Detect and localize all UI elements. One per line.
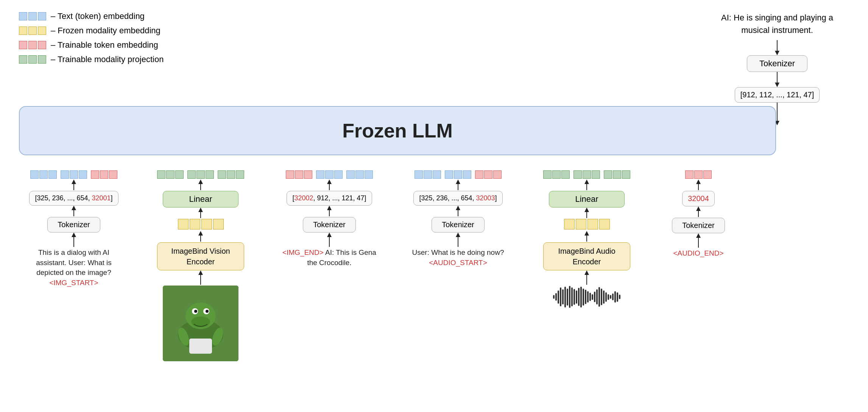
ga2 xyxy=(552,170,561,179)
main-columns: [325, 236, ..., 654, 32001] Tokenizer Th… xyxy=(21,170,736,361)
ae3 xyxy=(703,170,712,179)
block-blue-1 xyxy=(19,12,27,20)
g5 xyxy=(196,170,205,179)
arrow-audioq-seq-up xyxy=(450,206,466,217)
block-green-3 xyxy=(38,55,46,64)
arrow-ae-seq-up xyxy=(691,206,706,218)
col-audio-q: [325, 236, ..., 654, 32003] Tokenizer Us… xyxy=(403,170,513,268)
col-imgr-token-blocks xyxy=(286,170,373,179)
ir3 xyxy=(304,170,312,179)
g7 xyxy=(218,170,226,179)
svg-marker-9 xyxy=(72,206,76,210)
block-yellow-1 xyxy=(19,27,27,35)
svg-marker-19 xyxy=(198,270,203,275)
svg-marker-56 xyxy=(696,233,701,238)
seq-text-col: [325, 236, ..., 654, 32001] xyxy=(29,191,118,206)
ga3 xyxy=(561,170,570,179)
frozen-embed-audio xyxy=(564,219,610,229)
frozen-llm-box: Frozen LLM xyxy=(19,106,776,155)
vision-encoder-box: ImageBind VisionEncoder xyxy=(157,242,244,270)
b6 xyxy=(79,170,87,179)
legend-label-green: – Trainable modality projection xyxy=(51,55,164,64)
block-green-2 xyxy=(28,55,37,64)
block-green-1 xyxy=(19,55,27,64)
wb25 xyxy=(608,294,609,300)
wb2 xyxy=(555,293,557,301)
aq1 xyxy=(415,170,423,179)
audio-encoder-box: ImageBind AudioEncoder xyxy=(543,242,630,270)
ib5 xyxy=(355,170,364,179)
linear-vision: Linear xyxy=(163,191,238,208)
r3 xyxy=(109,170,117,179)
seq-imgr-col: [32002, 912, ..., 121, 47] xyxy=(287,191,372,206)
token-group-red-ae xyxy=(685,170,712,179)
wb18 xyxy=(592,294,593,300)
seq-imgr-red: 32002 xyxy=(294,194,313,202)
arrow-aenc-up xyxy=(549,179,625,191)
svg-marker-15 xyxy=(198,208,203,212)
fya3 xyxy=(587,219,598,229)
ir1 xyxy=(286,170,294,179)
block-blue-2 xyxy=(28,12,37,20)
g6 xyxy=(206,170,214,179)
wb22 xyxy=(601,289,602,305)
token-group-blue-2 xyxy=(61,170,87,179)
wb1 xyxy=(553,295,555,299)
crocodile-svg xyxy=(163,286,238,361)
aq5 xyxy=(454,170,462,179)
arrow-vision-linear-up xyxy=(193,208,208,219)
b1 xyxy=(30,170,39,179)
token-group-blue-ir1 xyxy=(316,170,343,179)
svg-marker-40 xyxy=(456,206,460,210)
ai-output-text: AI: He is singing and playing a musical … xyxy=(717,11,838,36)
token-group-green-a2 xyxy=(573,170,600,179)
ib6 xyxy=(365,170,373,179)
ib2 xyxy=(325,170,333,179)
tokenizer-text: Tokenizer xyxy=(47,217,100,233)
svg-rect-28 xyxy=(189,339,212,354)
diagram-container: – Text (token) embedding – Frozen modali… xyxy=(0,0,868,412)
wb11 xyxy=(576,290,577,304)
aq2 xyxy=(424,170,432,179)
wb6 xyxy=(564,287,566,307)
audio-start-tag: <AUDIO_START> xyxy=(429,259,487,267)
arrow-vision-img-up xyxy=(193,270,208,286)
col-audio-end: 32004 Tokenizer <AUDIO_END> xyxy=(661,170,736,259)
seq-text-red: 32001 xyxy=(92,194,111,202)
arrow-aenc-enc-up xyxy=(579,231,594,242)
svg-marker-3 xyxy=(775,83,779,87)
col-text-token-blocks xyxy=(30,170,117,179)
col-text: [325, 236, ..., 654, 32001] Tokenizer Th… xyxy=(21,170,127,288)
input-text-col: This is a dialog with AI assistant. User… xyxy=(25,248,123,288)
seq-top-right: [912, 112, ..., 121, 47] xyxy=(735,87,820,103)
r2 xyxy=(100,170,108,179)
svg-marker-38 xyxy=(456,179,460,184)
arrow-text-tok-up xyxy=(66,233,81,248)
token-group-blue-ir2 xyxy=(346,170,373,179)
input-audioq-col: User: What is he doing now? <AUDIO_START… xyxy=(409,248,507,268)
svg-marker-32 xyxy=(327,179,332,184)
tokenizer-audioq: Tokenizer xyxy=(432,217,485,233)
col-audioend-token-blocks xyxy=(685,170,712,179)
arrow-ae-up xyxy=(683,179,714,191)
wb19 xyxy=(594,292,595,302)
input-ae-col: <AUDIO_END> xyxy=(673,248,723,259)
legend-item-yellow: – Frozen modality embedding xyxy=(19,26,164,36)
svg-marker-44 xyxy=(584,179,589,184)
ae1 xyxy=(685,170,693,179)
wb17 xyxy=(589,293,591,301)
aqr1 xyxy=(475,170,483,179)
wb13 xyxy=(580,287,582,307)
svg-marker-46 xyxy=(584,208,589,212)
svg-point-25 xyxy=(194,310,197,313)
g8 xyxy=(227,170,235,179)
fy2 xyxy=(190,219,200,229)
block-yellow-3 xyxy=(38,27,46,35)
arrow-audioq-tok-up xyxy=(450,233,466,248)
token-group-red-ir xyxy=(286,170,312,179)
col-img-response: [32002, 912, ..., 121, 47] Tokenizer <IM… xyxy=(274,170,384,268)
b2 xyxy=(39,170,48,179)
arrow-imgr-tok-up xyxy=(322,233,337,248)
svg-marker-1 xyxy=(775,51,779,55)
g1 xyxy=(157,170,165,179)
